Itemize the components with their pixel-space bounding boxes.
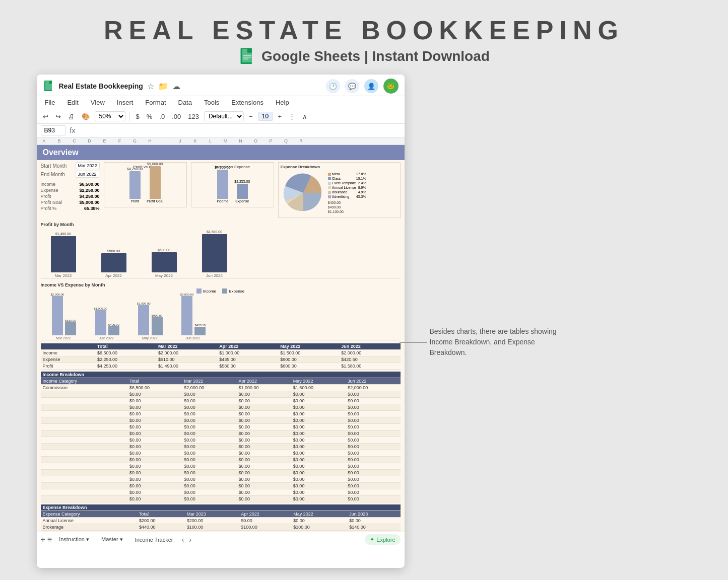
menu-help[interactable]: Help bbox=[274, 97, 291, 108]
redo-btn[interactable]: ↪ bbox=[53, 112, 63, 121]
tab-master[interactable]: Master ▾ bbox=[96, 535, 128, 544]
menu-format[interactable]: Format bbox=[143, 97, 168, 108]
decimal-dec-btn[interactable]: .0 bbox=[157, 112, 167, 121]
tab-instruction[interactable]: Instruction ▾ bbox=[54, 535, 94, 544]
profit-bar bbox=[129, 171, 141, 199]
formula-bar: B93 fx bbox=[37, 124, 405, 137]
font-select[interactable]: Default... Arial bbox=[204, 111, 244, 121]
explore-btn[interactable]: ✦ Explore bbox=[365, 534, 400, 545]
profit-goal-bars: $4,250.00 Profit $9,000.00 Profit Goal bbox=[106, 170, 184, 203]
decimal-inc-btn[interactable]: .00 bbox=[170, 112, 183, 121]
undo-btn[interactable]: ↩ bbox=[41, 112, 50, 121]
col-j: J bbox=[173, 138, 188, 144]
profit-bar-may: $600.00 May 2022 bbox=[152, 248, 177, 278]
share-btn[interactable]: 👤 bbox=[364, 79, 378, 93]
table-row: $0.00$0.00$0.00$0.00$0.00 bbox=[41, 470, 401, 476]
comment-btn[interactable]: 💬 bbox=[345, 79, 359, 93]
table-row: $0.00$0.00$0.00$0.00$0.00 bbox=[41, 444, 401, 450]
income-small-bar bbox=[217, 170, 228, 199]
font-size-value[interactable]: 10 bbox=[258, 112, 273, 121]
col-q: Q bbox=[279, 138, 294, 144]
star-icon[interactable]: ☆ bbox=[147, 82, 154, 91]
menu-extensions[interactable]: Extensions bbox=[229, 97, 266, 108]
end-month-value[interactable]: Jun 2022 bbox=[76, 171, 99, 178]
ie-chart-title: Income VS Expense by Month bbox=[41, 282, 401, 287]
font-size-increase[interactable]: + bbox=[276, 112, 284, 121]
sheet-menu-btn[interactable]: ≡ bbox=[47, 535, 52, 544]
profit-bar-apr: $580.00 Apr 2022 bbox=[101, 249, 126, 278]
pie-chart-title: Expense Breakdown bbox=[281, 165, 398, 169]
tab-nav-next[interactable]: › bbox=[187, 536, 193, 544]
cell-reference[interactable]: B93 bbox=[41, 125, 66, 135]
pie-svg bbox=[281, 170, 326, 215]
menu-edit[interactable]: Edit bbox=[65, 97, 80, 108]
folder-icon[interactable]: 📁 bbox=[158, 82, 168, 91]
table-row: $0.00$0.00$0.00$0.00$0.00 bbox=[41, 391, 401, 398]
col-h: H bbox=[143, 138, 158, 144]
profit-month-bars: $1,490.00 Mar 2022 $580.00 Apr 2022 $600… bbox=[41, 228, 401, 278]
more-formats-btn[interactable]: ⋮ bbox=[287, 112, 297, 121]
col-d: D bbox=[82, 138, 97, 144]
table-row: Expense $2,250.00 $510.00 $435.00 $900.0… bbox=[41, 356, 401, 363]
explore-icon: ✦ bbox=[370, 536, 374, 543]
percent-btn[interactable]: % bbox=[145, 112, 155, 121]
table-row: $0.00$0.00$0.00$0.00$0.00 bbox=[41, 424, 401, 430]
table-row: $0.00$0.00$0.00$0.00$0.00 bbox=[41, 483, 401, 489]
table-row: $0.00$0.00$0.00$0.00$0.00 bbox=[41, 476, 401, 483]
table-row: $0.00$0.00$0.00$0.00$0.00 bbox=[41, 496, 401, 502]
column-headers: A B C D E F G H I J K L M N O P Q R bbox=[37, 137, 405, 145]
currency-btn[interactable]: $ bbox=[134, 112, 142, 121]
print-btn[interactable]: 🖨 bbox=[66, 112, 77, 121]
col-b: B bbox=[52, 138, 67, 144]
profit-chart-title: Profit by Month bbox=[41, 222, 401, 227]
col-p: P bbox=[263, 138, 279, 144]
ie-jun: $2,000.00 $420.50 Jun 2022 bbox=[180, 293, 206, 340]
zoom-select[interactable]: 50% 75% 100% bbox=[95, 111, 125, 121]
ie-may: $1,500.00 $900.00 May 2022 bbox=[137, 302, 163, 340]
table-row: $0.00$0.00$0.00$0.00$0.00 bbox=[41, 463, 401, 470]
col-n: N bbox=[233, 138, 248, 144]
stat-expense: Expense$2,250.00 bbox=[41, 187, 100, 193]
font-size-decrease[interactable]: − bbox=[247, 112, 255, 121]
toolbar: ↩ ↪ 🖨 🎨 50% 75% 100% $ % .0 .00 123 Defa… bbox=[37, 109, 405, 124]
fx-icon: fx bbox=[70, 126, 76, 134]
income-expense-month-section: Income VS Expense by Month Income Expens… bbox=[37, 280, 405, 342]
history-btn[interactable]: 🕐 bbox=[326, 79, 340, 93]
svg-rect-6 bbox=[243, 59, 249, 60]
add-sheet-btn[interactable]: + bbox=[41, 535, 45, 544]
summary-table-section: Total Mar 2022 Apr 2022 May 2022 Jun 202… bbox=[37, 342, 405, 371]
menu-insert[interactable]: Insert bbox=[115, 97, 136, 108]
expense-small-bar bbox=[237, 184, 248, 199]
annotation-area: Besides charts, there are tables showing… bbox=[420, 75, 692, 358]
income-breakdown-table: Income Breakdown Income Category Total M… bbox=[41, 372, 401, 502]
menu-tools[interactable]: Tools bbox=[202, 97, 221, 108]
col-l: L bbox=[203, 138, 218, 144]
menu-data[interactable]: Data bbox=[176, 97, 194, 108]
tab-income-tracker[interactable]: Income Tracker bbox=[130, 535, 178, 544]
tab-nav-prev[interactable]: ‹ bbox=[180, 536, 186, 544]
profit-bar-mar: $1,490.00 Mar 2022 bbox=[51, 232, 76, 278]
profit-bar-jun: $1,580.00 Jun 2022 bbox=[202, 230, 227, 278]
avatar: 🐸 bbox=[383, 79, 399, 94]
start-month-label: Start Month bbox=[41, 163, 74, 169]
col-m: M bbox=[218, 138, 233, 144]
menu-view[interactable]: View bbox=[89, 97, 107, 108]
collapse-toolbar-btn[interactable]: ∧ bbox=[300, 112, 309, 121]
format-123-btn[interactable]: 123 bbox=[186, 112, 201, 121]
table-row: Commission $6,500.00 $2,000.00 $1,000.00… bbox=[41, 385, 401, 391]
start-month-value[interactable]: Mar 2022 bbox=[76, 162, 100, 169]
menu-file[interactable]: File bbox=[43, 97, 57, 108]
summary-table: Total Mar 2022 Apr 2022 May 2022 Jun 202… bbox=[41, 343, 401, 370]
expense-legend-label: Expense bbox=[229, 289, 244, 294]
page-subtitle: Google Sheets | Instant Download bbox=[261, 48, 490, 64]
format-paint-btn[interactable]: 🎨 bbox=[80, 112, 92, 121]
profit-goal-chart: Profit vs Goal $4,250.00 Profit $9,000.0… bbox=[104, 162, 187, 207]
title-bar-right: 🕐 💬 👤 🐸 bbox=[326, 79, 399, 94]
profit-by-month-section: Profit by Month $1,490.00 Mar 2022 $580.… bbox=[37, 220, 405, 280]
ie-apr: $1,000.00 $435.00 Apr 2022 bbox=[94, 307, 119, 340]
expense-legend-box bbox=[222, 288, 227, 294]
expense-pie-chart: Expense Breakdown bbox=[278, 162, 401, 218]
sheets-icon-small bbox=[43, 80, 55, 92]
page-header: REAL ESTATE BOOKKEEPING Google Sheets | … bbox=[104, 15, 624, 65]
cloud-icon[interactable]: ☁ bbox=[172, 82, 180, 91]
